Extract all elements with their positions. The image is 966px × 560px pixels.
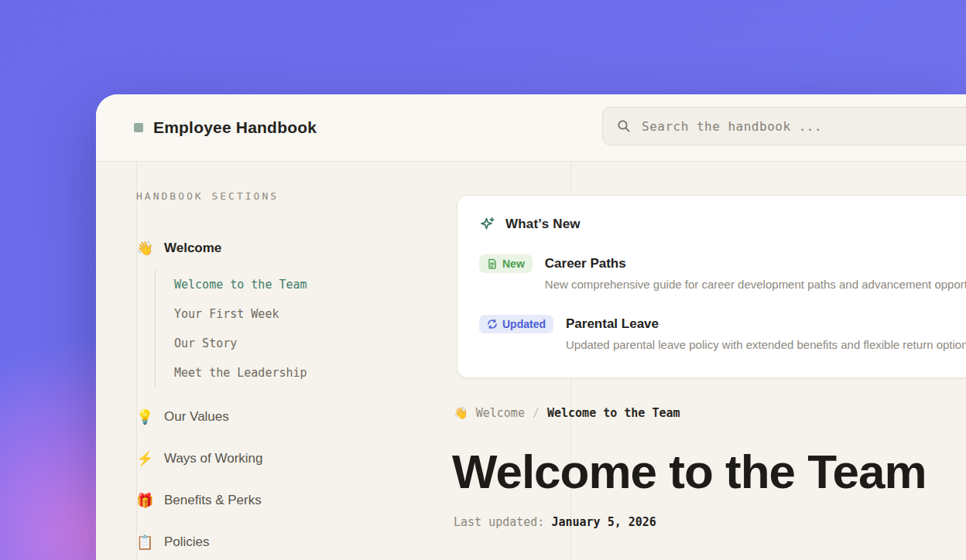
- sidebar: HANDBOOK SECTIONS 👋 Welcome Welcome to t…: [136, 190, 477, 555]
- document-icon: [487, 258, 498, 269]
- sidebar-item-our-values[interactable]: 💡 Our Values: [136, 405, 477, 429]
- whats-new-item-parental-leave[interactable]: Updated Parental Leave Updated parental …: [479, 315, 966, 353]
- last-updated-value: January 5, 2026: [551, 515, 656, 529]
- page-title: Welcome to the Team: [452, 444, 927, 499]
- search-placeholder: Search the handbook ...: [642, 119, 822, 134]
- lightbulb-icon: 💡: [136, 408, 153, 425]
- subnav-item-meet-the-leadership[interactable]: Meet the Leadership: [174, 358, 477, 388]
- wave-icon: 👋: [454, 406, 468, 420]
- whats-new-item-description: Updated parental leave policy with exten…: [566, 336, 966, 353]
- gift-icon: 🎁: [136, 492, 153, 509]
- breadcrumb-current-page: Welcome to the Team: [547, 406, 680, 420]
- wave-icon: 👋: [136, 240, 153, 257]
- breadcrumb: 👋 Welcome / Welcome to the Team: [454, 406, 680, 420]
- updated-badge: Updated: [479, 315, 553, 333]
- lightning-icon: ⚡: [136, 450, 153, 467]
- whats-new-title: What’s New: [505, 217, 581, 232]
- subnav-item-our-story[interactable]: Our Story: [174, 329, 477, 358]
- whats-new-item-title: Parental Leave: [566, 315, 966, 333]
- badge-label: New: [502, 258, 525, 270]
- app-window: Employee Handbook Search the handbook ..…: [96, 94, 966, 560]
- whats-new-header: What’s New: [479, 216, 966, 233]
- sidebar-item-welcome[interactable]: 👋 Welcome: [136, 236, 477, 261]
- sidebar-item-label: Ways of Working: [164, 451, 263, 466]
- search-icon: [617, 119, 631, 133]
- breadcrumb-section[interactable]: Welcome: [476, 406, 525, 420]
- sidebar-item-label: Our Values: [164, 409, 229, 425]
- sidebar-item-label: Welcome: [164, 241, 221, 256]
- sidebar-item-label: Benefits & Perks: [164, 493, 262, 508]
- whats-new-item-text: Parental Leave Updated parental leave po…: [566, 315, 966, 353]
- breadcrumb-separator: /: [533, 406, 540, 420]
- desktop-background: Employee Handbook Search the handbook ..…: [0, 0, 966, 560]
- whats-new-item-text: Career Paths New comprehensive guide for…: [545, 254, 966, 293]
- subnav-item-your-first-week[interactable]: Your First Week: [174, 299, 477, 329]
- sidebar-item-label: Policies: [164, 534, 210, 550]
- whats-new-item-description: New comprehensive guide for career devel…: [545, 276, 966, 293]
- last-updated-label: Last updated:: [454, 515, 544, 529]
- sparkles-icon: [479, 216, 496, 233]
- sidebar-section-label: HANDBOOK SECTIONS: [136, 190, 477, 203]
- app-brand: Employee Handbook: [134, 94, 317, 161]
- last-updated: Last updated: January 5, 2026: [454, 515, 656, 529]
- whats-new-card: What’s New New Career Paths New comprehe…: [457, 195, 966, 378]
- sidebar-subnav-welcome: Welcome to the Team Your First Week Our …: [155, 270, 477, 388]
- refresh-icon: [487, 319, 498, 330]
- badge-label: Updated: [502, 318, 546, 330]
- app-logo-icon: [134, 123, 143, 132]
- search-input[interactable]: Search the handbook ...: [602, 107, 966, 145]
- sidebar-item-benefits-perks[interactable]: 🎁 Benefits & Perks: [136, 488, 477, 513]
- whats-new-item-title: Career Paths: [545, 254, 966, 273]
- app-header: Employee Handbook Search the handbook ..…: [96, 94, 966, 162]
- sidebar-item-ways-of-working[interactable]: ⚡ Ways of Working: [136, 446, 477, 471]
- app-title: Employee Handbook: [153, 118, 317, 137]
- new-badge: New: [479, 254, 533, 273]
- sidebar-item-policies[interactable]: 📋 Policies: [136, 530, 477, 555]
- clipboard-icon: 📋: [136, 534, 153, 551]
- subnav-item-welcome-to-the-team[interactable]: Welcome to the Team: [174, 270, 477, 299]
- whats-new-item-career-paths[interactable]: New Career Paths New comprehensive guide…: [479, 254, 966, 293]
